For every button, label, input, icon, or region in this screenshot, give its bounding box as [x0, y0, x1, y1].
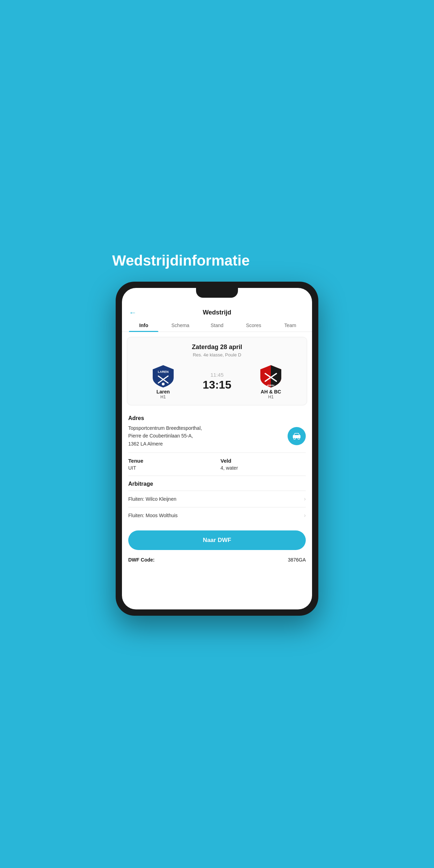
tab-team[interactable]: Team	[272, 319, 309, 332]
back-button[interactable]: ←	[129, 308, 137, 317]
home-team: LAREN Laren H1	[133, 364, 194, 399]
dwf-code-label: DWF Code:	[128, 557, 154, 563]
score-section: 11:45 13:15	[203, 372, 231, 391]
home-team-name: Laren	[157, 389, 170, 395]
away-team-name: AH & BC	[261, 389, 281, 395]
dwf-section: Naar DWF	[122, 525, 312, 553]
tab-stand[interactable]: Stand	[199, 319, 236, 332]
tab-info[interactable]: Info	[125, 319, 162, 332]
svg-point-8	[294, 437, 296, 439]
phone-screen: ← Wedstrijd Info Schema Stand Scores	[122, 288, 312, 609]
chevron-right-icon-2: ›	[304, 512, 306, 519]
chevron-right-icon-1: ›	[304, 496, 306, 502]
ahbc-logo: ah&bc	[258, 364, 283, 389]
match-time: 11:45	[210, 372, 224, 378]
tenue-value: UIT	[128, 465, 214, 471]
match-teams: LAREN Laren H1 11:	[133, 364, 301, 399]
phone-frame: ← Wedstrijd Info Schema Stand Scores	[116, 282, 318, 616]
veld-col: Veld 4, water	[220, 458, 306, 471]
arbitrage-name-1: Fluiten: Wilco Kleijnen	[128, 496, 176, 502]
away-team: ah&bc AH & BC H1	[240, 364, 301, 399]
tenue-label: Tenue	[128, 458, 214, 464]
dwf-code-row: DWF Code: 3876GA	[122, 553, 312, 570]
match-score: 13:15	[203, 378, 231, 391]
arbitrage-item-1[interactable]: Fluiten: Wilco Kleijnen ›	[128, 491, 306, 507]
address-row: Topsportcentrum Breedtesporthal, Pierre …	[128, 424, 306, 448]
away-team-sub: H1	[268, 395, 274, 399]
outer-wrapper: Wedstrijdinformatie ← Wedstrijd Info Sch…	[109, 252, 325, 616]
match-card: Zaterdag 28 april Res. 4e klasse, Poule …	[127, 337, 307, 405]
address-label: Adres	[128, 415, 306, 421]
laren-logo: LAREN	[151, 364, 176, 389]
app-content: ← Wedstrijd Info Schema Stand Scores	[122, 288, 312, 609]
car-icon	[292, 433, 301, 440]
tenue-col: Tenue UIT	[128, 458, 214, 471]
tab-scores[interactable]: Scores	[235, 319, 272, 332]
home-team-sub: H1	[160, 395, 166, 399]
tab-schema[interactable]: Schema	[162, 319, 199, 332]
match-league: Res. 4e klasse, Poule D	[133, 352, 301, 357]
svg-point-3	[162, 383, 165, 385]
arbitrage-item-2[interactable]: Fluiten: Moos Wolthuis ›	[128, 507, 306, 523]
dwf-code-value: 3876GA	[288, 557, 306, 563]
dwf-button[interactable]: Naar DWF	[128, 530, 306, 550]
header-title: Wedstrijd	[203, 309, 231, 316]
match-date: Zaterdag 28 april	[133, 343, 301, 351]
svg-point-9	[298, 437, 300, 439]
address-section: Adres Topsportcentrum Breedtesporthal, P…	[122, 410, 312, 453]
navigate-button[interactable]	[288, 427, 306, 445]
app-header: ← Wedstrijd	[122, 303, 312, 319]
address-text: Topsportcentrum Breedtesporthal, Pierre …	[128, 424, 283, 448]
tab-bar: Info Schema Stand Scores Team	[122, 319, 312, 332]
veld-label: Veld	[220, 458, 306, 464]
veld-value: 4, water	[220, 465, 306, 471]
notch	[196, 288, 238, 298]
svg-text:LAREN: LAREN	[158, 370, 168, 374]
arbitrage-title: Arbitrage	[128, 481, 306, 487]
svg-text:ah&bc: ah&bc	[267, 384, 275, 386]
page-title: Wedstrijdinformatie	[109, 252, 325, 269]
arbitrage-section: Arbitrage Fluiten: Wilco Kleijnen › Flui…	[122, 476, 312, 525]
tenue-veld-row: Tenue UIT Veld 4, water	[122, 453, 312, 476]
arbitrage-name-2: Fluiten: Moos Wolthuis	[128, 513, 178, 518]
